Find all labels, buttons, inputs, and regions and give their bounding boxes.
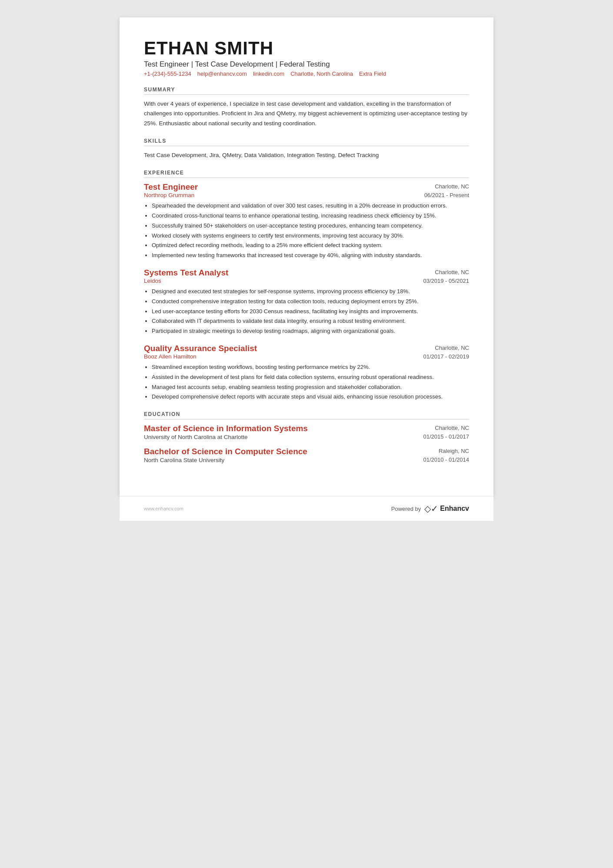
job-dates-2: 03/2019 - 05/2021	[423, 278, 469, 284]
footer-branding: Powered by ◇✓ Enhancv	[391, 503, 469, 514]
job-bullets-3: Streamlined exception testing workflows,…	[144, 363, 469, 402]
bullet: Optimized defect recording methods, lead…	[152, 241, 469, 250]
contact-email: help@enhancv.com	[197, 70, 247, 77]
edu-degree-2: Bachelor of Science in Computer Science	[144, 447, 307, 456]
job-dates-1: 06/2021 - Present	[424, 192, 469, 198]
job-item-2: Systems Test Analyst Leidos Charlotte, N…	[144, 268, 469, 336]
bullet: Conducted comprehensive integration test…	[152, 297, 469, 306]
enhancv-logo-text: Enhancv	[440, 505, 469, 513]
job-bullets-2: Designed and executed test strategies fo…	[144, 287, 469, 336]
job-company-1: Northrop Grumman	[144, 192, 198, 198]
footer-powered-by: Powered by	[391, 506, 421, 512]
edu-degree-school-2: Bachelor of Science in Computer Science …	[144, 447, 307, 463]
job-location-date-3: Charlotte, NC 01/2017 - 02/2019	[423, 344, 469, 361]
edu-location-1: Charlotte, NC	[435, 425, 469, 431]
summary-section-title: SUMMARY	[144, 87, 469, 95]
resume-header: ETHAN SMITH Test Engineer | Test Case De…	[144, 38, 469, 77]
edu-item-1: Master of Science in Information Systems…	[144, 424, 469, 441]
job-title-3: Quality Assurance Specialist	[144, 344, 257, 353]
bullet: Collaborated with IT departments to vali…	[152, 317, 469, 326]
summary-text: With over 4 years of experience, I speci…	[144, 99, 469, 128]
job-location-3: Charlotte, NC	[435, 345, 469, 351]
edu-header-1: Master of Science in Information Systems…	[144, 424, 469, 441]
job-item-1: Test Engineer Northrop Grumman Charlotte…	[144, 182, 469, 260]
enhancv-logo-icon: ◇✓	[424, 503, 438, 514]
edu-degree-school-1: Master of Science in Information Systems…	[144, 424, 308, 440]
job-dates-3: 01/2017 - 02/2019	[423, 353, 469, 360]
edu-header-2: Bachelor of Science in Computer Science …	[144, 447, 469, 464]
job-title-company-3: Quality Assurance Specialist Booz Allen …	[144, 344, 257, 360]
contact-linkedin: linkedin.com	[253, 70, 284, 77]
job-bullets-1: Spearheaded the development and validati…	[144, 201, 469, 260]
resume: ETHAN SMITH Test Engineer | Test Case De…	[120, 17, 493, 496]
bullet: Developed comprehensive defect reports w…	[152, 392, 469, 402]
bullet: Worked closely with systems engineers to…	[152, 231, 469, 241]
job-company-3: Booz Allen Hamilton	[144, 353, 257, 360]
job-location-1: Charlotte, NC	[435, 183, 469, 190]
bullet: Led user-acceptance testing efforts for …	[152, 307, 469, 316]
bullet: Designed and executed test strategies fo…	[152, 287, 469, 296]
bullet: Assisted in the development of test plan…	[152, 373, 469, 382]
skills-section-title: SKILLS	[144, 138, 469, 146]
edu-school-2: North Carolina State University	[144, 457, 307, 463]
job-location-date-2: Charlotte, NC 03/2019 - 05/2021	[423, 268, 469, 285]
contact-phone: +1-(234)-555-1234	[144, 70, 191, 77]
edu-item-2: Bachelor of Science in Computer Science …	[144, 447, 469, 464]
edu-location-date-1: Charlotte, NC 01/2015 - 01/2017	[423, 424, 469, 441]
job-title-2: Systems Test Analyst	[144, 268, 228, 278]
footer-website: www.enhancv.com	[144, 506, 183, 511]
edu-location-2: Raleigh, NC	[439, 448, 469, 454]
bullet: Managed test accounts setup, enabling se…	[152, 383, 469, 392]
edu-dates-1: 01/2015 - 01/2017	[423, 433, 469, 440]
job-title-1: Test Engineer	[144, 182, 198, 192]
edu-dates-2: 01/2010 - 01/2014	[423, 456, 469, 463]
job-header-1: Test Engineer Northrop Grumman Charlotte…	[144, 182, 469, 199]
experience-section-title: EXPERIENCE	[144, 170, 469, 178]
job-item-3: Quality Assurance Specialist Booz Allen …	[144, 344, 469, 402]
bullet: Participated in strategic meetings to de…	[152, 327, 469, 336]
page-footer: www.enhancv.com Powered by ◇✓ Enhancv	[120, 496, 493, 521]
page-wrapper: ETHAN SMITH Test Engineer | Test Case De…	[111, 17, 502, 851]
edu-location-date-2: Raleigh, NC 01/2010 - 01/2014	[423, 447, 469, 464]
candidate-name: ETHAN SMITH	[144, 38, 469, 58]
edu-degree-1: Master of Science in Information Systems	[144, 424, 308, 433]
bullet: Coordinated cross-functional teams to en…	[152, 211, 469, 221]
job-location-2: Charlotte, NC	[435, 269, 469, 275]
bullet: Implemented new testing frameworks that …	[152, 251, 469, 260]
experience-section: EXPERIENCE Test Engineer Northrop Grumma…	[144, 170, 469, 402]
bullet: Streamlined exception testing workflows,…	[152, 363, 469, 372]
job-title-company-2: Systems Test Analyst Leidos	[144, 268, 228, 284]
job-header-3: Quality Assurance Specialist Booz Allen …	[144, 344, 469, 361]
job-company-2: Leidos	[144, 278, 228, 284]
bullet: Successfully trained 50+ stakeholders on…	[152, 221, 469, 231]
footer-logo: ◇✓ Enhancv	[424, 503, 469, 514]
contact-location: Charlotte, North Carolina	[290, 70, 353, 77]
skills-text: Test Case Development, Jira, QMetry, Dat…	[144, 151, 469, 160]
job-header-2: Systems Test Analyst Leidos Charlotte, N…	[144, 268, 469, 285]
candidate-title: Test Engineer | Test Case Development | …	[144, 60, 469, 69]
education-section: EDUCATION Master of Science in Informati…	[144, 411, 469, 464]
edu-school-1: University of North Carolina at Charlott…	[144, 434, 308, 440]
contact-info: +1-(234)-555-1234 help@enhancv.com linke…	[144, 70, 469, 77]
skills-section: SKILLS Test Case Development, Jira, QMet…	[144, 138, 469, 160]
contact-extra: Extra Field	[359, 70, 386, 77]
job-title-company-1: Test Engineer Northrop Grumman	[144, 182, 198, 198]
job-location-date-1: Charlotte, NC 06/2021 - Present	[424, 182, 469, 199]
education-section-title: EDUCATION	[144, 411, 469, 419]
bullet: Spearheaded the development and validati…	[152, 201, 469, 211]
summary-section: SUMMARY With over 4 years of experience,…	[144, 87, 469, 128]
